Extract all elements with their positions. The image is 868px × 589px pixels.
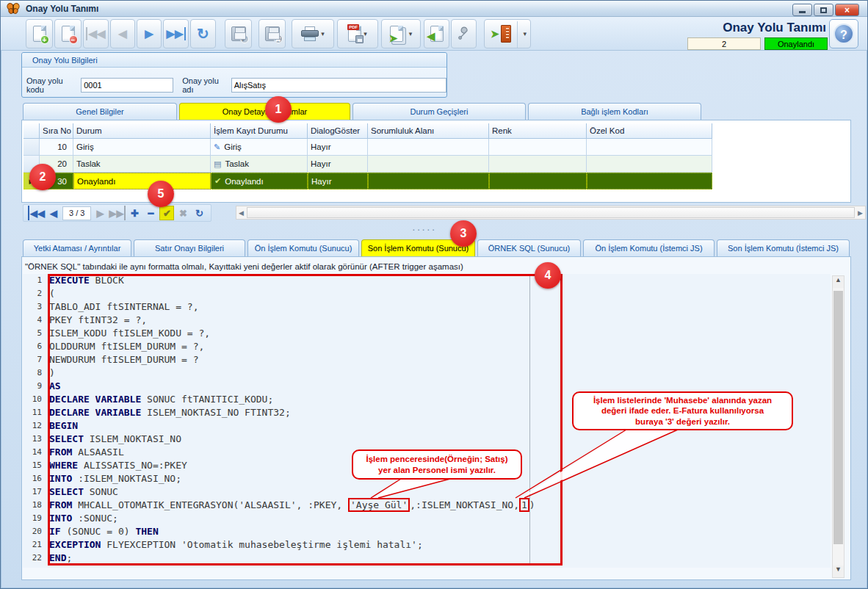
cell-ozel[interactable] — [587, 139, 712, 156]
line-number: 4 — [23, 314, 45, 327]
cell-kayit[interactable]: ▤Taslak — [211, 156, 308, 173]
delete-record-button[interactable]: − — [54, 19, 82, 48]
splitter-handle[interactable]: ····· — [412, 223, 436, 235]
line-number: 7 — [23, 353, 45, 366]
column-header-4[interactable]: Sorumluluk Alanı — [368, 123, 489, 139]
code-line-13: 13SELECT ISLEM_NOKTASI_NO — [23, 433, 831, 446]
page-title: Onay Yolu Tanımı — [723, 21, 826, 35]
line-number: 21 — [23, 538, 45, 552]
scroll-right-icon[interactable]: ▶ — [856, 209, 865, 217]
table-row-20[interactable]: 20Taslak▤TaslakHayır — [23, 156, 712, 173]
cell-durum[interactable]: Taslak — [73, 156, 211, 173]
code-line-7: 7NEWDURUM ftISLEM_DURUM = ? — [23, 353, 831, 366]
detail-tab-6[interactable]: Son İşlem Komutu (İstemci JS) — [717, 239, 850, 256]
table-row-10[interactable]: 10Giriş✎GirişHayır — [23, 139, 712, 156]
cell-dialog[interactable]: Hayır — [308, 156, 368, 173]
cell-renk[interactable] — [489, 139, 587, 156]
name-field-input[interactable] — [231, 78, 446, 93]
cell-sorumluluk[interactable] — [368, 139, 489, 156]
detail-tab-2[interactable]: Ön İşlem Komutu (Sunucu) — [247, 239, 359, 256]
save-cancel-button[interactable]: ✖ — [258, 19, 286, 48]
code-field-input[interactable] — [81, 78, 173, 93]
new-record-button[interactable]: + — [26, 19, 53, 48]
copy-transfer-button[interactable]: ➤ ▾ — [381, 19, 421, 48]
column-header-2[interactable]: İşlem Kayıt Durumu — [211, 123, 308, 139]
refresh-button[interactable]: ↻ — [190, 19, 216, 48]
sql-hint-text: "ÖRNEK SQL" tabındaki ile aynı formatta … — [25, 262, 463, 271]
editor-scrollbar-thumb[interactable] — [833, 291, 843, 544]
editor-vertical-scrollbar[interactable]: ▲ ▼ — [832, 275, 845, 578]
refresh-records[interactable]: ↻ — [192, 206, 206, 220]
table-row-30[interactable]: ▶30Onaylandı✔OnaylandıHayır — [23, 173, 712, 189]
detail-tab-5[interactable]: Ön İşlem Komutu (İstemci JS) — [583, 239, 715, 256]
cell-sorumluluk[interactable] — [368, 173, 489, 189]
code-line-2: 2( — [23, 287, 831, 300]
line-number: 13 — [23, 433, 45, 446]
code-line-8: 8) — [23, 366, 831, 380]
detail-tab-1[interactable]: Satır Onayı Bilgileri — [134, 239, 245, 256]
column-header-1[interactable]: Durum — [73, 123, 211, 139]
cell-durum[interactable]: Onaylandı — [73, 173, 211, 189]
code-line-18: 18FROM MHCALL_OTOMATIK_ENTEGRASYON('ALSA… — [23, 499, 831, 512]
previous-record-button[interactable]: ◀ — [110, 19, 135, 48]
cell-kayit[interactable]: ✎Giriş — [211, 139, 308, 156]
callout-personel: İşlem penceresinde(Örneğin; Satış) yer a… — [352, 449, 522, 480]
last-record-button[interactable]: ▶▶ — [163, 19, 189, 48]
grid-horizontal-scrollbar[interactable]: ◀ ▶ — [236, 206, 866, 220]
tools-button[interactable] — [451, 19, 477, 48]
column-header-6[interactable]: Özel Kod — [587, 123, 712, 139]
row-selector[interactable] — [23, 139, 40, 156]
cancel-edit[interactable]: ✖ — [176, 206, 190, 220]
cell-kayit[interactable]: ✔Onaylandı — [211, 173, 308, 189]
cell-durum[interactable]: Giriş — [73, 139, 211, 156]
cell-ozel[interactable] — [587, 173, 712, 189]
detail-tab-0[interactable]: Yetki Ataması / Ayrıntılar — [23, 239, 131, 256]
main-tab-2[interactable]: Durum Geçişleri — [352, 103, 526, 120]
export-pdf-button[interactable]: PDF ▾ — [337, 19, 378, 48]
close-button[interactable]: × — [835, 4, 859, 16]
exit-button[interactable]: ➤ ▾ — [484, 19, 531, 48]
scroll-down-icon[interactable]: ▼ — [833, 565, 844, 577]
main-tab-0[interactable]: Genel Bilgiler — [23, 103, 177, 120]
delete-record[interactable]: ━ — [143, 206, 158, 220]
previous-record[interactable]: ◀ — [46, 206, 61, 220]
last-record[interactable]: ▶▶ — [109, 206, 126, 220]
print-dropdown-icon[interactable]: ▾ — [321, 30, 325, 37]
line-number: 18 — [23, 499, 45, 512]
detail-tab-4[interactable]: ÖRNEK SQL (Sunucu) — [477, 239, 581, 256]
code-field-label: Onay yolu kodu — [26, 76, 81, 94]
minimize-button[interactable] — [792, 4, 812, 16]
new-record-icon: + — [33, 26, 46, 42]
record-navigator: ◀◀◀3 / 3▶▶▶✚━✔✖↻ — [23, 204, 211, 222]
code-line-19: 19INTO :SONUC; — [23, 512, 831, 525]
cell-renk[interactable] — [489, 156, 587, 173]
column-header-3[interactable]: DialogGöster — [308, 123, 368, 139]
line-number: 2 — [23, 287, 45, 300]
cell-sorumluluk[interactable] — [368, 156, 489, 173]
print-button[interactable]: ▾ — [292, 19, 334, 48]
post-edit[interactable]: ✔ — [159, 206, 174, 220]
scrollbar-thumb[interactable] — [247, 207, 855, 218]
scroll-left-icon[interactable]: ◀ — [236, 209, 246, 217]
scroll-up-icon[interactable]: ▲ — [833, 276, 844, 288]
cell-ozel[interactable] — [587, 156, 712, 173]
insert-record[interactable]: ✚ — [127, 206, 142, 220]
next-record-button[interactable]: ▶ — [137, 19, 162, 48]
main-tab-3[interactable]: Bağlı işlem Kodları — [528, 103, 701, 120]
column-header-0[interactable]: Sıra No▲ — [40, 123, 73, 139]
first-record-button[interactable]: ◀◀ — [83, 19, 109, 48]
save-button[interactable]: ✔ — [225, 19, 252, 48]
import-button[interactable]: ◀ — [424, 19, 449, 48]
cell-dialog[interactable]: Hayır — [308, 139, 368, 156]
cell-dialog[interactable]: Hayır — [308, 173, 368, 189]
help-button[interactable]: ? — [829, 19, 858, 48]
next-record[interactable]: ▶ — [93, 206, 107, 220]
cell-renk[interactable] — [489, 173, 587, 189]
maximize-button[interactable] — [814, 4, 833, 16]
column-header-5[interactable]: Renk — [489, 123, 587, 139]
first-record[interactable]: ◀◀ — [28, 206, 45, 220]
pdf-dropdown-icon[interactable]: ▾ — [364, 30, 367, 37]
cell-sira[interactable]: 10 — [40, 139, 73, 156]
exit-dropdown-icon[interactable]: ▾ — [523, 30, 527, 37]
copy-dropdown-icon[interactable]: ▾ — [409, 30, 413, 37]
